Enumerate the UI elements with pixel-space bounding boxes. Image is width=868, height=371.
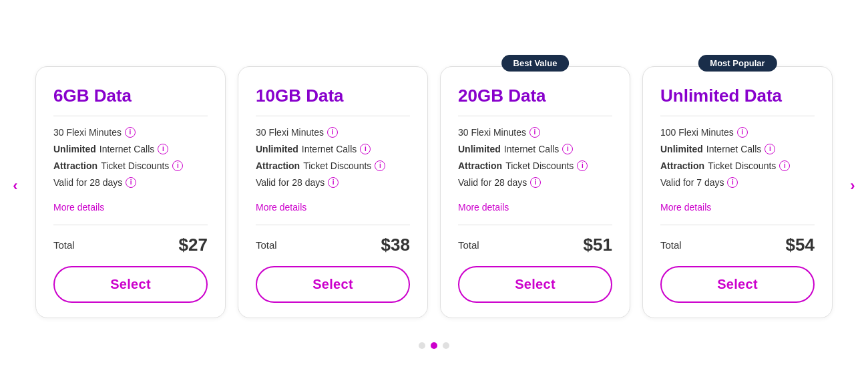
feature-bold-3-2: Attraction [660, 160, 704, 171]
total-price-10gb: $38 [381, 235, 410, 255]
feature-bold-1-1: Unlimited [256, 144, 298, 154]
feature-item-1-2: Attraction Ticket Discounts i [256, 160, 410, 171]
total-row-6gb: Total $27 [53, 225, 208, 255]
info-icon-3-2[interactable]: i [779, 160, 790, 171]
more-details-link-20gb[interactable]: More details [458, 202, 612, 213]
feature-text-1-3: Valid for 28 days [256, 177, 324, 188]
feature-item-0-0: 30 Flexi Minutes i [53, 127, 208, 138]
cards-container: 6GB Data 30 Flexi Minutes i Unlimited In… [29, 46, 839, 325]
total-label-6gb: Total [53, 239, 75, 251]
feature-item-0-1: Unlimited Internet Calls i [53, 144, 208, 154]
more-details-link-6gb[interactable]: More details [53, 202, 208, 213]
select-button-10gb[interactable]: Select [256, 266, 410, 303]
feature-bold-0-2: Attraction [53, 160, 97, 171]
total-label-unlimited: Total [660, 239, 682, 251]
pagination-dot-2[interactable] [443, 342, 449, 349]
divider-top-6gb [53, 116, 208, 116]
total-label-10gb: Total [256, 239, 277, 251]
total-label-20gb: Total [458, 239, 479, 251]
pagination-dot-0[interactable] [419, 342, 425, 349]
total-price-unlimited: $54 [786, 235, 815, 255]
feature-item-2-1: Unlimited Internet Calls i [458, 144, 612, 154]
plan-title-10gb: 10GB Data [256, 86, 410, 106]
feature-text-3-3: Valid for 7 days [660, 177, 724, 188]
total-row-20gb: Total $51 [458, 225, 612, 255]
more-details-link-10gb[interactable]: More details [256, 202, 410, 213]
feature-item-2-0: 30 Flexi Minutes i [458, 127, 612, 138]
divider-top-10gb [256, 116, 410, 116]
feature-text-3-0: 100 Flexi Minutes [660, 127, 734, 138]
more-details-link-unlimited[interactable]: More details [660, 202, 815, 213]
info-icon-0-2[interactable]: i [172, 160, 183, 171]
feature-bold-2-1: Unlimited [458, 144, 501, 154]
total-row-unlimited: Total $54 [660, 225, 815, 255]
feature-item-1-1: Unlimited Internet Calls i [256, 144, 410, 154]
pagination-dot-1[interactable] [431, 342, 437, 349]
info-icon-2-3[interactable]: i [530, 177, 541, 188]
prev-arrow[interactable]: ‹ [2, 172, 29, 199]
feature-item-2-3: Valid for 28 days i [458, 177, 612, 188]
info-icon-3-3[interactable]: i [727, 177, 738, 188]
divider-top-unlimited [660, 116, 815, 116]
feature-bold-3-1: Unlimited [660, 144, 703, 154]
info-icon-1-1[interactable]: i [360, 144, 371, 154]
total-row-10gb: Total $38 [256, 225, 410, 255]
total-price-20gb: $51 [584, 235, 612, 255]
info-icon-3-1[interactable]: i [765, 144, 775, 154]
info-icon-0-3[interactable]: i [126, 177, 136, 188]
total-price-6gb: $27 [179, 235, 208, 255]
plan-title-unlimited: Unlimited Data [660, 86, 815, 106]
plan-card-10gb: 10GB Data 30 Flexi Minutes i Unlimited I… [238, 66, 428, 318]
plan-title-20gb: 20GB Data [458, 86, 612, 106]
feature-text-1-0: 30 Flexi Minutes [256, 127, 324, 138]
features-list-6gb: 30 Flexi Minutes i Unlimited Internet Ca… [53, 127, 208, 194]
select-button-unlimited[interactable]: Select [660, 266, 815, 303]
feature-item-3-2: Attraction Ticket Discounts i [660, 160, 815, 171]
features-list-unlimited: 100 Flexi Minutes i Unlimited Internet C… [660, 127, 815, 194]
badge-unlimited: Most Popular [698, 55, 777, 72]
divider-top-20gb [458, 116, 612, 116]
badge-20gb: Best Value [501, 55, 570, 72]
plan-title-6gb: 6GB Data [53, 86, 208, 106]
feature-item-1-0: 30 Flexi Minutes i [256, 127, 410, 138]
feature-item-0-2: Attraction Ticket Discounts i [53, 160, 208, 171]
plan-card-6gb: 6GB Data 30 Flexi Minutes i Unlimited In… [35, 66, 226, 318]
feature-text-2-0: 30 Flexi Minutes [458, 127, 526, 138]
feature-item-3-0: 100 Flexi Minutes i [660, 127, 815, 138]
next-arrow[interactable]: › [839, 172, 866, 199]
info-icon-1-3[interactable]: i [328, 177, 339, 188]
info-icon-1-0[interactable]: i [327, 127, 338, 138]
select-button-6gb[interactable]: Select [53, 266, 208, 303]
feature-item-2-2: Attraction Ticket Discounts i [458, 160, 612, 171]
select-button-20gb[interactable]: Select [458, 266, 612, 303]
info-icon-0-1[interactable]: i [158, 144, 168, 154]
feature-item-3-1: Unlimited Internet Calls i [660, 144, 815, 154]
feature-bold-2-2: Attraction [458, 160, 502, 171]
plan-card-unlimited: Most Popular Unlimited Data 100 Flexi Mi… [642, 66, 833, 318]
info-icon-2-0[interactable]: i [529, 127, 540, 138]
info-icon-1-2[interactable]: i [375, 160, 385, 171]
feature-text-2-3: Valid for 28 days [458, 177, 527, 188]
feature-text-0-3: Valid for 28 days [53, 177, 122, 188]
carousel-wrapper: ‹ 6GB Data 30 Flexi Minutes i Unlimited … [0, 19, 868, 338]
pagination [419, 342, 449, 349]
info-icon-3-0[interactable]: i [737, 127, 748, 138]
feature-bold-0-1: Unlimited [53, 144, 96, 154]
feature-item-0-3: Valid for 28 days i [53, 177, 208, 188]
feature-item-3-3: Valid for 7 days i [660, 177, 815, 188]
features-list-20gb: 30 Flexi Minutes i Unlimited Internet Ca… [458, 127, 612, 194]
features-list-10gb: 30 Flexi Minutes i Unlimited Internet Ca… [256, 127, 410, 194]
feature-text-0-0: 30 Flexi Minutes [53, 127, 122, 138]
info-icon-2-2[interactable]: i [577, 160, 588, 171]
feature-bold-1-2: Attraction [256, 160, 300, 171]
plan-card-20gb: Best Value 20GB Data 30 Flexi Minutes i … [440, 66, 630, 318]
feature-item-1-3: Valid for 28 days i [256, 177, 410, 188]
info-icon-2-1[interactable]: i [562, 144, 573, 154]
info-icon-0-0[interactable]: i [125, 127, 136, 138]
